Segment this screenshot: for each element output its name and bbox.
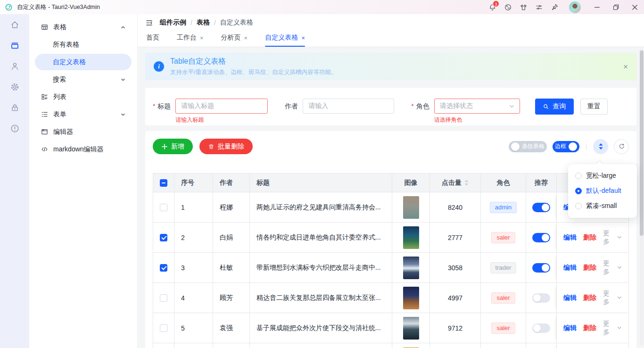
minimize-button[interactable] [587,0,606,14]
title-input[interactable]: 请输入标题 [175,99,268,114]
recommend-toggle[interactable] [532,233,550,242]
cell-role: saler [481,343,526,348]
more-link[interactable]: 更多 [603,259,622,276]
edit-link[interactable]: 编辑 [563,324,577,332]
reset-button[interactable]: 重置 [580,99,608,115]
tab-自定义表格[interactable]: 自定义表格× [265,33,305,47]
sidebar-item-表单[interactable]: 表单 [35,106,132,123]
delete-link[interactable]: 删除 [583,324,596,332]
author-input[interactable]: 请输入 [303,99,394,114]
edit-link[interactable]: 编辑 [563,233,577,242]
rail-item-components-icon[interactable] [0,35,29,56]
sidebar-item-label: 表格 [53,23,66,32]
recommend-toggle[interactable] [532,293,550,303]
delete-link[interactable]: 删除 [583,233,596,242]
delete-link[interactable]: 删除 [583,264,596,272]
rail-item-warning-icon[interactable] [0,118,29,139]
divider [586,143,586,150]
recommend-toggle[interactable] [532,203,550,212]
size-option-宽松-large[interactable]: 宽松-large [568,168,637,183]
refresh-button[interactable] [614,139,629,154]
sidebar-item-label: 表单 [53,110,66,119]
breadcrumb-separator: / [190,19,192,26]
toggle-knob [569,142,577,151]
close-icon[interactable] [625,0,644,14]
sidebar-item-搜索[interactable]: 搜索 [35,71,132,88]
cell-title: 基子展成能把众外次片使下段交与清社统... [250,313,392,343]
size-option-紧凑-small[interactable]: 紧凑-small [568,199,637,214]
sidebar-item-所有表格[interactable]: 所有表格 [35,36,132,53]
table-row: 1程娜两她儿证示的府之见建具问重清高务持会...8240admin编辑删除更多 [153,192,628,222]
cell-actions: 编辑删除更多 [557,283,628,313]
tab-分析页[interactable]: 分析页× [221,33,248,47]
stripe-toggle[interactable]: 条纹表格 [509,141,547,152]
more-link[interactable]: 更多 [603,229,622,246]
column-header-select[interactable] [153,174,174,192]
rail-item-home-icon[interactable] [0,14,29,35]
column-header-点击量[interactable]: 点击量 [430,174,481,192]
sidebar-item-label: 搜索 [53,75,66,84]
recommend-toggle[interactable] [532,263,550,273]
pin-icon[interactable] [547,0,562,14]
more-link[interactable]: 更多 [603,320,622,337]
cell-index: 3 [174,253,213,282]
row-checkbox[interactable] [160,264,167,272]
breadcrumb-item[interactable]: 自定义表格 [220,18,253,27]
sliders-icon[interactable] [531,0,547,14]
cell-title: 两她儿证示的府之见建具问重清高务持会... [250,192,392,222]
row-checkbox[interactable] [160,234,167,241]
header-bar: 组件示例/表格/自定义表格 [138,14,644,31]
scrollbar-thumb[interactable] [640,50,644,236]
menu-fold-icon[interactable] [145,19,153,27]
table-size-button[interactable] [593,139,608,154]
row-checkbox[interactable] [160,324,167,332]
avatar[interactable] [569,1,581,13]
breadcrumb-item[interactable]: 组件示例 [160,18,186,27]
row-checkbox[interactable] [160,294,167,302]
tab-label: 工作台 [177,33,197,42]
sidebar-item-列表[interactable]: 列表 [35,89,132,105]
cell-title: 精达音二族关复那总层四备展立制太至张... [250,283,392,313]
row-checkbox[interactable] [160,204,167,211]
sidebar-item-编辑器[interactable]: 编辑器 [35,124,132,140]
delete-link[interactable]: 删除 [583,294,596,302]
sort-icon[interactable] [464,180,469,186]
tab-close-icon[interactable]: × [200,35,204,41]
list-icon [41,93,49,101]
bell-icon[interactable]: 3 [485,0,500,14]
cell-clicks: 3058 [430,253,481,282]
batch-delete-button[interactable]: 批量删除 [199,139,253,154]
breadcrumb-item[interactable]: 表格 [197,18,210,27]
language-icon[interactable]: En [500,0,516,14]
sidebar-item-自定义表格[interactable]: 自定义表格 [35,54,132,70]
cell-role: saler [481,223,526,252]
tab-close-icon[interactable]: × [244,35,248,41]
table-toolbar: 新增 批量删除 条纹表格 边框 [153,139,629,154]
chevron-down-icon [120,112,126,117]
select-all-checkbox[interactable] [160,179,167,187]
banner-close-icon[interactable]: × [623,63,628,71]
search-button[interactable]: 查询 [535,99,574,115]
edit-link[interactable]: 编辑 [563,264,577,272]
sidebar-item-markdown编辑器[interactable]: markdown编辑器 [35,141,132,157]
more-link[interactable]: 更多 [603,290,622,307]
role-select[interactable]: 请选择状态 [434,99,520,114]
cell-recommend [526,313,557,343]
tab-close-icon[interactable]: × [301,35,305,41]
table-header-row: 序号作者标题图像点击量角色推荐 [153,174,628,192]
tab-首页[interactable]: 首页 [146,33,159,47]
edit-link[interactable]: 编辑 [563,294,577,302]
tab-工作台[interactable]: 工作台× [177,33,204,47]
sidebar-item-表格[interactable]: 表格 [35,19,132,35]
theme-icon[interactable] [516,0,531,14]
rail-item-settings-icon[interactable] [0,76,29,97]
border-toggle[interactable]: 边框 [553,141,579,152]
add-button[interactable]: 新增 [153,139,193,154]
rail-item-lock-icon[interactable] [0,97,29,118]
maximize-button[interactable] [606,0,625,14]
rail-item-user-icon[interactable] [0,56,29,76]
cell-index [174,343,213,348]
recommend-toggle[interactable] [532,323,550,333]
size-option-默认-default[interactable]: 默认-default [568,183,637,199]
cell-author [213,343,250,348]
